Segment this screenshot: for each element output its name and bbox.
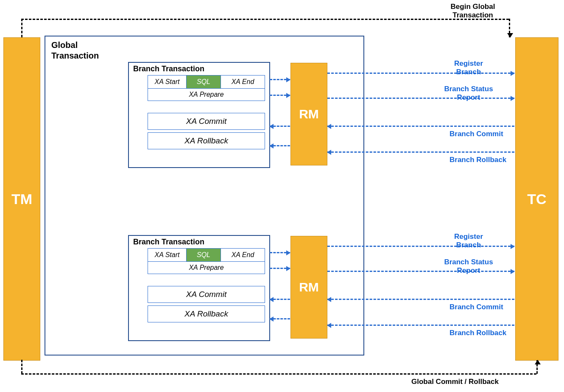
rm-box-2: RM [290,236,327,339]
label-global-commit-rollback: Global Commit / Rollback [411,378,499,386]
tc-box: TC [515,37,558,361]
branch1-xa-start: XA Start [148,76,187,88]
arrow-branch2-to-rm-1 [270,252,290,253]
arrow-tc-branch-commit-2 [327,299,514,300]
rm-box-1: RM [290,63,327,165]
branch2-xa-rows: XA Start SQL XA End XA Prepare [148,248,265,274]
label-register-branch-2: Register Branch [433,232,505,249]
label-branch-status-report-1: Branch Status Report [424,85,513,101]
branch2-xa-rollback: XA Rollback [148,305,265,322]
arrow-rm-to-branch1-rollback [270,145,290,146]
arrow-tc-branch-rollback-2 [327,325,514,326]
path-begin-vertical-right [509,19,510,37]
label-branch-status-report-2: Branch Status Report [424,258,513,274]
rm1-label: RM [299,107,319,121]
arrow-rm-to-branch2-commit [270,299,290,300]
arrow-rm-to-branch2-rollback [270,318,290,319]
branch2-xa-start: XA Start [148,249,187,261]
arrow-tc-branch-commit-1 [327,126,514,127]
label-branch-rollback-2: Branch Rollback [450,329,506,337]
label-branch-rollback-1: Branch Rollback [450,156,506,164]
global-transaction-title: Global Transaction [51,40,99,61]
branch1-sql: SQL [187,76,221,88]
tm-label: TM [11,191,32,207]
branch1-xa-prepare: XA Prepare [148,89,265,101]
tc-label: TC [527,191,546,207]
label-branch-commit-1: Branch Commit [450,130,503,138]
label-register-branch-1: Register Branch [433,59,505,76]
tm-box: TM [3,37,40,361]
rm2-label: RM [299,280,319,294]
branch1-xa-commit: XA Commit [148,113,265,130]
arrow-branch2-to-rm-2 [270,268,290,269]
label-branch-commit-2: Branch Commit [450,303,503,311]
path-begin-vertical-left [21,19,22,37]
branch1-xa-rollback: XA Rollback [148,132,265,149]
branch1-xa-end: XA End [221,76,265,88]
arrow-branch1-to-rm-1 [270,79,290,80]
arrow-rm-to-branch1-commit [270,126,290,127]
branch2-xa-end: XA End [221,249,265,261]
branch-transaction-1: Branch Transaction XA Start SQL XA End X… [128,62,270,168]
branch2-xa-prepare: XA Prepare [148,262,265,274]
branch1-title: Branch Transaction [129,63,269,74]
path-commit-vertical-left [21,360,22,374]
path-commit-vertical-right [536,360,538,374]
label-begin-global: Begin Global Transaction [424,3,522,20]
branch2-title: Branch Transaction [129,236,269,247]
arrow-branch1-to-rm-2 [270,95,290,96]
arrow-tc-branch-rollback-1 [327,151,514,153]
branch-transaction-2: Branch Transaction XA Start SQL XA End X… [128,235,270,341]
branch2-xa-commit: XA Commit [148,286,265,303]
path-commit-horizontal [21,373,536,375]
branch2-sql: SQL [187,249,221,261]
branch1-xa-rows: XA Start SQL XA End XA Prepare [148,75,265,101]
